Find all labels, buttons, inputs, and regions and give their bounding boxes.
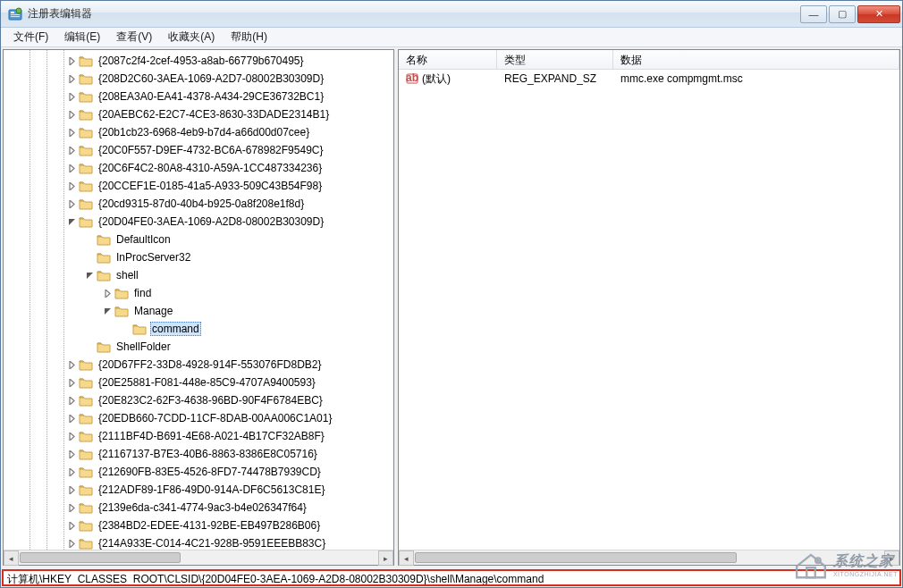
- tree-node-label[interactable]: InProcServer32: [114, 251, 192, 264]
- tree-node-label[interactable]: {20D04FE0-3AEA-1069-A2D8-08002B30309D}: [97, 215, 325, 228]
- tree-node[interactable]: {20AEBC62-E2C7-4CE3-8630-33DADE2314B1}: [4, 105, 393, 123]
- tree-node-label[interactable]: {20cd9315-87d0-40b4-b925-0a8f208e1f8d}: [97, 197, 306, 210]
- tree-node[interactable]: {20E25881-F081-448e-85C9-4707A9400593}: [4, 374, 393, 391]
- tree-node[interactable]: {20C0F557-D9EF-4732-BC6A-678982F9549C}: [4, 141, 393, 159]
- collapse-icon[interactable]: [66, 216, 77, 227]
- tree-node[interactable]: {212ADF89-1F86-49D0-914A-DF6C5613C81E}: [4, 481, 393, 499]
- tree-node[interactable]: {214A933E-C014-4C21-928B-9591EEEBB83C}: [4, 534, 393, 550]
- scroll-right-icon[interactable]: ▸: [378, 550, 393, 566]
- tree-node-label[interactable]: {20C6F4C2-80A8-4310-A59A-1CC487334236}: [97, 162, 324, 174]
- expand-icon[interactable]: [66, 181, 77, 191]
- col-name[interactable]: 名称: [399, 50, 497, 69]
- expand-icon[interactable]: [66, 91, 77, 102]
- tree-node[interactable]: {2111BF4D-B691-4E68-A021-4B17CF32AB8F}: [4, 427, 393, 445]
- tree-node-label[interactable]: DefaultIcon: [114, 233, 173, 246]
- tree-node-label[interactable]: {20b1cb23-6968-4eb9-b7d4-a66d00d07cee}: [97, 126, 311, 139]
- expand-icon[interactable]: [66, 413, 77, 424]
- expand-icon[interactable]: [66, 449, 77, 459]
- tree-node-label[interactable]: shell: [114, 269, 140, 281]
- tree-node[interactable]: {20D04FE0-3AEA-1069-A2D8-08002B30309D}: [4, 213, 393, 231]
- tree-node[interactable]: {2139e6da-c341-4774-9ac3-b4e026347f64}: [4, 499, 393, 517]
- tree-node-label[interactable]: {2087c2f4-2cef-4953-a8ab-66779b670495}: [97, 55, 306, 67]
- menu-view[interactable]: 查看(V): [109, 28, 159, 46]
- tree-node-label[interactable]: {20E823C2-62F3-4638-96BD-90F4F6784EBC}: [97, 394, 325, 407]
- tree-node[interactable]: {20C6F4C2-80A8-4310-A59A-1CC487334236}: [4, 159, 393, 177]
- expand-icon[interactable]: [66, 377, 77, 388]
- scroll-thumb[interactable]: [20, 552, 181, 563]
- tree-node-label[interactable]: {20D67FF2-33D8-4928-914F-553076FD8DB2}: [97, 358, 324, 371]
- expand-icon[interactable]: [66, 538, 77, 549]
- title-bar[interactable]: 注册表编辑器 — ▢ ✕: [1, 1, 902, 28]
- tree-node-label[interactable]: {212690FB-83E5-4526-8FD7-74478B7939CD}: [97, 466, 323, 478]
- expand-icon[interactable]: [66, 466, 77, 477]
- expand-icon[interactable]: [66, 431, 77, 441]
- scroll-left-icon[interactable]: ◂: [399, 550, 414, 566]
- tree-node-label[interactable]: {2139e6da-c341-4774-9ac3-b4e026347f64}: [97, 501, 308, 514]
- tree-node-label[interactable]: {208EA3A0-EA41-4378-A434-29CE36732BC1}: [97, 90, 325, 103]
- tree-node[interactable]: {20CCEF1E-0185-41a5-A933-509C43B54F98}: [4, 177, 393, 195]
- value-list[interactable]: ab(默认)REG_EXPAND_SZmmc.exe compmgmt.msc: [399, 70, 899, 550]
- tree-node[interactable]: {20EDB660-7CDD-11CF-8DAB-00AA006C1A01}: [4, 409, 393, 427]
- menu-file[interactable]: 文件(F): [6, 28, 55, 46]
- tree-node[interactable]: find: [4, 284, 393, 302]
- tree-node[interactable]: {20E823C2-62F3-4638-96BD-90F4F6784EBC}: [4, 391, 393, 409]
- close-button[interactable]: ✕: [857, 5, 900, 23]
- tree-node[interactable]: shell: [4, 266, 393, 284]
- tree-node-label[interactable]: Manage: [132, 305, 174, 317]
- tree-scroll[interactable]: {2087c2f4-2cef-4953-a8ab-66779b670495}{2…: [4, 50, 393, 550]
- expand-icon[interactable]: [66, 163, 77, 173]
- scroll-left-icon[interactable]: ◂: [4, 550, 19, 566]
- expand-icon[interactable]: [102, 288, 113, 298]
- scroll-thumb[interactable]: [415, 552, 737, 563]
- tree-node[interactable]: DefaultIcon: [4, 231, 393, 248]
- tree-node[interactable]: InProcServer32: [4, 248, 393, 266]
- tree-node[interactable]: {2087c2f4-2cef-4953-a8ab-66779b670495}: [4, 52, 393, 70]
- expand-icon[interactable]: [66, 109, 77, 120]
- tree-node[interactable]: {20cd9315-87d0-40b4-b925-0a8f208e1f8d}: [4, 195, 393, 213]
- path-display[interactable]: 计算机\HKEY_CLASSES_ROOT\CLSID\{20D04FE0-3A…: [2, 569, 901, 586]
- value-row[interactable]: ab(默认)REG_EXPAND_SZmmc.exe compmgmt.msc: [399, 70, 899, 88]
- collapse-icon[interactable]: [102, 306, 113, 316]
- tree-node-label[interactable]: {212ADF89-1F86-49D0-914A-DF6C5613C81E}: [97, 483, 326, 496]
- menu-edit[interactable]: 编辑(E): [57, 28, 107, 46]
- tree-node-label[interactable]: {2384BD2-EDEE-4131-92BE-EB497B286B06}: [97, 519, 322, 532]
- tree-node[interactable]: {20D67FF2-33D8-4928-914F-553076FD8DB2}: [4, 356, 393, 374]
- tree-node-label[interactable]: {20EDB660-7CDD-11CF-8DAB-00AA006C1A01}: [97, 412, 333, 424]
- tree-node-label[interactable]: {20CCEF1E-0185-41a5-A933-509C43B54F98}: [97, 180, 324, 192]
- tree-node[interactable]: {208EA3A0-EA41-4378-A434-29CE36732BC1}: [4, 88, 393, 105]
- tree-node-label[interactable]: {208D2C60-3AEA-1069-A2D7-08002B30309D}: [97, 72, 325, 85]
- tree-node-label[interactable]: ShellFolder: [114, 340, 173, 353]
- tree-node[interactable]: ShellFolder: [4, 338, 393, 356]
- expand-icon[interactable]: [66, 502, 77, 513]
- tree-hscrollbar[interactable]: ◂ ▸: [4, 550, 393, 565]
- expand-icon[interactable]: [66, 198, 77, 209]
- collapse-icon[interactable]: [84, 270, 95, 281]
- tree-node[interactable]: {2384BD2-EDEE-4131-92BE-EB497B286B06}: [4, 517, 393, 534]
- expand-icon[interactable]: [66, 484, 77, 495]
- minimize-button[interactable]: —: [800, 5, 827, 23]
- expand-icon[interactable]: [66, 395, 77, 406]
- col-data[interactable]: 数据: [613, 50, 899, 69]
- menu-help[interactable]: 帮助(H): [224, 28, 274, 46]
- list-hscrollbar[interactable]: ◂ ▸: [399, 550, 899, 565]
- tree-node-label[interactable]: {20C0F557-D9EF-4732-BC6A-678982F9549C}: [97, 144, 325, 156]
- tree-node-label[interactable]: {20AEBC62-E2C7-4CE3-8630-33DADE2314B1}: [97, 108, 331, 121]
- tree-node-label[interactable]: find: [132, 287, 153, 299]
- expand-icon[interactable]: [66, 73, 77, 84]
- expand-icon[interactable]: [66, 359, 77, 370]
- tree-node[interactable]: {212690FB-83E5-4526-8FD7-74478B7939CD}: [4, 463, 393, 481]
- tree-node[interactable]: {208D2C60-3AEA-1069-A2D7-08002B30309D}: [4, 70, 393, 88]
- expand-icon[interactable]: [66, 127, 77, 138]
- tree-node-label[interactable]: {20E25881-F081-448e-85C9-4707A9400593}: [97, 376, 317, 389]
- expand-icon[interactable]: [66, 520, 77, 531]
- maximize-button[interactable]: ▢: [829, 5, 856, 23]
- tree-node-label[interactable]: {21167137-B7E3-40B6-8863-8386E8C05716}: [97, 448, 319, 460]
- col-type[interactable]: 类型: [497, 50, 613, 69]
- tree-node[interactable]: {20b1cb23-6968-4eb9-b7d4-a66d00d07cee}: [4, 123, 393, 141]
- expand-icon[interactable]: [66, 55, 77, 66]
- tree-node[interactable]: Manage: [4, 302, 393, 320]
- scroll-right-icon[interactable]: ▸: [884, 550, 899, 566]
- expand-icon[interactable]: [66, 145, 77, 155]
- menu-favorites[interactable]: 收藏夹(A): [161, 28, 222, 46]
- tree-node-label[interactable]: {2111BF4D-B691-4E68-A021-4B17CF32AB8F}: [97, 430, 326, 442]
